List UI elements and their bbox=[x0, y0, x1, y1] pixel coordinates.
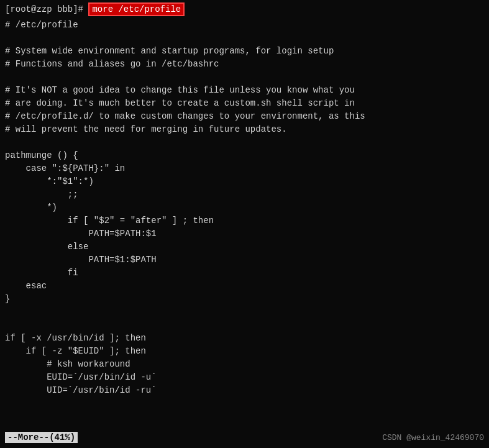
output-line-2: # System wide environment and startup pr… bbox=[5, 45, 484, 58]
output-area: # /etc/profile # System wide environment… bbox=[5, 19, 484, 397]
empty-line-4 bbox=[5, 306, 484, 319]
output-line-22: # ksh workaround bbox=[5, 358, 484, 371]
output-line-21: if [ -z "$EUID" ]; then bbox=[5, 345, 484, 358]
output-line-24: UID=`/usr/bin/id -ru` bbox=[5, 384, 484, 397]
output-line-13: if [ "$2" = "after" ] ; then bbox=[5, 214, 484, 227]
output-line-7: # will prevent the need for merging in f… bbox=[5, 123, 484, 136]
watermark: CSDN @weixin_42469070 bbox=[382, 433, 484, 442]
output-line-17: fi bbox=[5, 267, 484, 280]
output-line-15: else bbox=[5, 240, 484, 254]
command-line: [root@zzp bbb]# more /etc/profile bbox=[5, 2, 484, 16]
empty-line-5 bbox=[5, 319, 484, 332]
output-line-23: EUID=`/usr/bin/id -u` bbox=[5, 371, 484, 384]
output-line-14: PATH=$PATH:$1 bbox=[5, 227, 484, 240]
empty-line-1 bbox=[5, 32, 484, 45]
output-line-11: ;; bbox=[5, 188, 484, 201]
output-line-1: # /etc/profile bbox=[5, 19, 484, 32]
output-line-5: # are doing. It's much better to create … bbox=[5, 97, 484, 110]
empty-line-2 bbox=[5, 71, 484, 84]
output-line-18: esac bbox=[5, 280, 484, 293]
output-line-8: pathmunge () { bbox=[5, 149, 484, 162]
output-line-20: if [ -x /usr/bin/id ]; then bbox=[5, 332, 484, 345]
output-line-4: # It's NOT a good idea to change this fi… bbox=[5, 84, 484, 97]
output-line-9: case ":${PATH}:" in bbox=[5, 162, 484, 175]
status-bar: --More--(41%) CSDN @weixin_42469070 bbox=[5, 432, 484, 443]
terminal-window: [root@zzp bbb]# more /etc/profile # /etc… bbox=[0, 0, 489, 448]
output-line-3: # Functions and aliases go in /etc/bashr… bbox=[5, 58, 484, 71]
command-highlight: more /etc/profile bbox=[88, 2, 185, 16]
output-line-12: *) bbox=[5, 201, 484, 214]
output-line-19: } bbox=[5, 293, 484, 306]
output-line-16: PATH=$1:$PATH bbox=[5, 254, 484, 267]
prompt: [root@zzp bbb]# bbox=[5, 4, 88, 14]
more-indicator: --More--(41%) bbox=[5, 432, 78, 443]
output-line-6: # /etc/profile.d/ to make custom changes… bbox=[5, 110, 484, 123]
empty-line-3 bbox=[5, 136, 484, 149]
output-line-10: *:"$1":*) bbox=[5, 175, 484, 188]
